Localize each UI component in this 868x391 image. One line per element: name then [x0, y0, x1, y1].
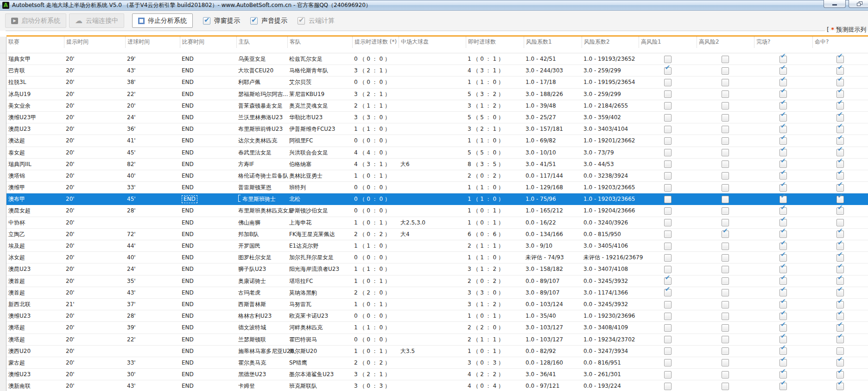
table-row[interactable]: 拉脱3L20'38'END利耶卢佩艾尔贝茨0 （ 0 ： 0 ）1 （ 1 ： …	[0, 77, 868, 88]
hr2-checkbox[interactable]	[722, 126, 729, 133]
hr2-checkbox[interactable]	[722, 56, 729, 63]
hit-checkbox[interactable]: ✔	[836, 149, 844, 156]
hr2-checkbox[interactable]	[722, 149, 729, 156]
fin-checkbox[interactable]: ✔	[779, 231, 787, 238]
table-row[interactable]: 瑞典女甲20'29'END乌美亚女足松兹瓦尔女足0 （ 0 ： 0 ）1 （ 0…	[0, 53, 868, 65]
hr2-checkbox[interactable]	[722, 371, 729, 378]
hit-checkbox[interactable]: ✔	[836, 383, 844, 390]
hr1-checkbox[interactable]	[664, 371, 672, 378]
hr1-checkbox[interactable]	[664, 336, 672, 343]
fin-checkbox[interactable]: ✔	[779, 137, 787, 145]
fin-checkbox[interactable]: ✔	[779, 371, 787, 378]
hr1-checkbox[interactable]	[664, 243, 672, 250]
hr2-checkbox[interactable]	[722, 243, 729, 250]
hr2-checkbox[interactable]: ✔	[722, 231, 729, 238]
hit-checkbox[interactable]: ✔	[836, 359, 844, 366]
column-header-league[interactable]: 联赛	[6, 37, 64, 48]
checkbox[interactable]: ✔	[203, 17, 210, 25]
hr2-checkbox[interactable]	[722, 359, 729, 366]
column-header-live_score[interactable]: 即时进球数	[466, 37, 524, 48]
column-header-match_time[interactable]: 比赛时间	[180, 37, 236, 48]
hit-checkbox[interactable]: ✔	[836, 90, 844, 98]
hr1-checkbox[interactable]: ✔	[664, 289, 672, 296]
table-row[interactable]: 澳首超20'35'END奥康诺骑士堪培拉FC1 （ 0 ： 1 ）2 （ 0 ：…	[0, 276, 868, 287]
hr1-checkbox[interactable]: ✔	[664, 67, 672, 75]
hr1-checkbox[interactable]	[664, 231, 672, 238]
toolbar-button-1[interactable]: ▶启动分析系统	[5, 13, 66, 28]
table-row[interactable]: 澳布甲20'45'END布里斯班骑士北松0 （ 0 ： 0 ）1 （ 1 ： 0…	[0, 193, 868, 205]
column-header-tip_score[interactable]: 提示时进球数 (*)	[352, 37, 399, 48]
hit-checkbox[interactable]: ✔	[836, 289, 844, 296]
fin-checkbox[interactable]: ✔	[779, 172, 787, 179]
table-row[interactable]: 泰女超20'45'END春武里法女足兴洪联合会女足4 （ 4 ： 0 ）5 （ …	[0, 147, 868, 159]
column-header-tip_time[interactable]: 提示时间	[64, 37, 125, 48]
fin-checkbox[interactable]: ✔	[779, 207, 787, 215]
checkbox[interactable]: ✔	[298, 17, 305, 25]
fin-checkbox[interactable]: ✔	[779, 219, 787, 226]
minimize-button[interactable]	[824, 0, 846, 8]
hr2-checkbox[interactable]	[722, 137, 729, 145]
table-row[interactable]: 美女业余20'20'END普莱森顿暴走女足奥克兰灵魂女足2 （ 1 ： 1 ）3…	[0, 100, 868, 112]
fin-checkbox[interactable]: ✔	[779, 313, 787, 320]
hit-checkbox[interactable]: ✔	[836, 172, 844, 179]
fin-checkbox[interactable]: ✔	[779, 383, 787, 390]
table-row[interactable]: 蒙古超20'33'END霍尔奥马克SP猎鹰2 （ 0 ： 2 ）3 （ 0 ： …	[0, 357, 868, 369]
hr1-checkbox[interactable]	[664, 149, 672, 156]
hit-checkbox[interactable]: ✔	[836, 184, 844, 192]
column-header-hr1[interactable]: 高风险1	[639, 37, 697, 48]
hr2-checkbox[interactable]	[722, 254, 729, 262]
hr1-checkbox[interactable]	[664, 114, 672, 122]
fin-checkbox[interactable]: ✔	[779, 102, 787, 109]
hr1-checkbox[interactable]	[664, 301, 672, 308]
fin-checkbox[interactable]: ✔	[779, 289, 787, 296]
hr2-checkbox[interactable]	[722, 289, 729, 296]
table-row[interactable]: 新西北联21'37'END西斯普林斯马努雷瓦1 （ 0 ： 1 ）3 （ 1 ：…	[0, 299, 868, 310]
hit-checkbox[interactable]: ✔	[836, 56, 844, 63]
hr2-checkbox[interactable]	[722, 324, 729, 332]
table-row[interactable]: 冰岛U1920'22'END瑟福斯哈玛尔阿吉...莱尼雷KBU193 （ 2 ：…	[0, 89, 868, 100]
table-row[interactable]: 澳达超20'41'END达尔文奥林匹克阿祖里FC0 （ 0 ： 0 ）1 （ 1…	[0, 135, 868, 147]
hit-checkbox[interactable]	[836, 219, 844, 226]
hit-checkbox[interactable]: ✔	[836, 254, 844, 262]
fin-checkbox[interactable]: ✔	[779, 254, 787, 262]
hr2-checkbox[interactable]	[722, 172, 729, 179]
table-row[interactable]: 巴青联20'43'END大坎普CEU20马格伦斯青年队3 （ 2 ： 1 ）4 …	[0, 65, 868, 77]
restore-button[interactable]	[849, 0, 868, 8]
hr2-checkbox[interactable]	[722, 336, 729, 343]
fin-checkbox[interactable]: ✔	[779, 79, 787, 86]
hr2-checkbox[interactable]	[722, 313, 729, 320]
column-header-home[interactable]: 主队	[236, 37, 287, 48]
hit-checkbox[interactable]: ✔	[836, 137, 844, 145]
fin-checkbox[interactable]: ✔	[779, 347, 787, 355]
hr2-checkbox[interactable]	[722, 102, 729, 109]
hr1-checkbox[interactable]	[664, 184, 672, 192]
hit-checkbox[interactable]: ✔	[836, 114, 844, 122]
fin-checkbox[interactable]: ✔	[779, 324, 787, 332]
toolbar-button-3[interactable]: 停止分析系统	[132, 13, 193, 28]
fin-checkbox[interactable]: ✔	[779, 90, 787, 98]
hr2-checkbox[interactable]	[722, 219, 729, 226]
toolbar-button-2[interactable]: ☁云端连接中	[69, 13, 124, 28]
hr2-checkbox[interactable]	[722, 266, 729, 273]
column-header-handicap[interactable]: 中场大球盘	[399, 37, 466, 48]
hr1-checkbox[interactable]	[664, 383, 672, 390]
fin-checkbox[interactable]: ✔	[779, 67, 787, 75]
table-row[interactable]: 澳昆U2320'24'END狮子队U23阳光海岸流浪者U231 （ 1 ： 0 …	[0, 263, 868, 275]
hit-checkbox[interactable]: ✔	[836, 160, 844, 168]
fin-checkbox[interactable]: ✔	[779, 160, 787, 168]
hr1-checkbox[interactable]	[664, 102, 672, 109]
table-row[interactable]: 澳塔超20'39'END德文波特城河畔奥林匹克1 （ 1 ： 0 ）2 （ 2 …	[0, 322, 868, 333]
table-row[interactable]: 澳维甲20'33'END普雷斯顿莱恩班特列0 （ 0 ： 0 ）1 （ 1 ： …	[0, 182, 868, 193]
hr1-checkbox[interactable]	[664, 172, 672, 179]
hit-checkbox[interactable]: ✔	[836, 67, 844, 75]
fin-checkbox[interactable]: ✔	[779, 277, 787, 285]
fin-checkbox[interactable]: ✔	[779, 336, 787, 343]
fin-checkbox[interactable]: ✔	[779, 301, 787, 308]
column-header-fin[interactable]: 完场?	[754, 37, 812, 48]
checkbox[interactable]: ✔	[250, 17, 258, 25]
table-row[interactable]: 澳昆U2320'36'END布里斯班前锋U23伊普斯维奇FCU231 （ 1 ：…	[0, 123, 868, 135]
hit-checkbox[interactable]: ✔	[836, 266, 844, 273]
table-row[interactable]: 埃及超20'44'END开罗国民E1达克尔野1 （ 1 ： 0 ）2 （ 1 ：…	[0, 240, 868, 252]
hr1-checkbox[interactable]	[664, 207, 672, 215]
hr2-checkbox[interactable]	[722, 347, 729, 355]
